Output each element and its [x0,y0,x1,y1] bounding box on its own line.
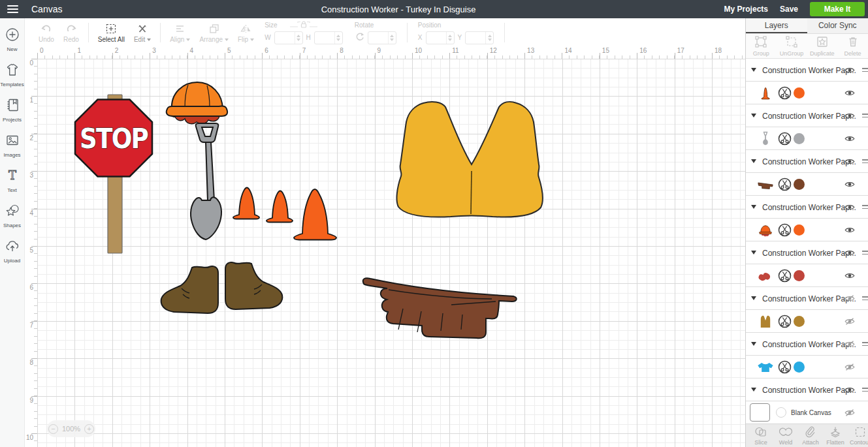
group-button[interactable]: Group [746,34,777,58]
cut-icon[interactable] [778,315,792,328]
visibility-icon[interactable] [844,89,855,97]
redo-button[interactable]: Redo [63,23,79,43]
position-x-input[interactable] [426,31,455,44]
duplicate-button[interactable]: Duplicate [807,34,838,58]
layer-group-header[interactable]: Construction Worker Pap... [746,287,868,310]
align-menu-button[interactable]: Align [170,23,190,43]
visibility-icon[interactable] [844,67,855,74]
layer-thumbnail-mustache[interactable] [756,267,775,285]
contour-button[interactable]: Contour [848,424,868,447]
stepper-icon[interactable] [334,32,342,44]
height-input[interactable] [314,31,343,44]
layer-thumbnail-belt[interactable] [756,176,775,193]
visibility-icon[interactable] [844,181,855,188]
tab-layers[interactable]: Layers [746,18,807,33]
visibility-off-icon[interactable] [844,295,855,302]
lock-icon[interactable] [289,21,318,29]
layer-group-header[interactable]: Construction Worker Pap... [746,104,868,127]
layer-color-swatch[interactable] [794,87,805,99]
cut-icon[interactable] [778,177,792,191]
layer-thumbnail-cone[interactable] [756,84,775,102]
slice-button[interactable]: Slice [748,424,773,447]
sidebar-item-images[interactable]: Images [0,128,25,163]
layer-group-header[interactable]: Construction Worker Pap... [746,150,868,173]
visibility-icon[interactable] [844,135,855,142]
safety-vest-shape[interactable] [396,102,543,217]
visibility-icon[interactable] [844,158,855,165]
visibility-icon[interactable] [844,112,855,119]
visibility-icon[interactable] [844,226,855,234]
flip-menu-button[interactable]: Flip [238,23,254,43]
collapse-caret-icon[interactable] [751,205,756,209]
visibility-icon[interactable] [844,272,855,279]
canvas-area[interactable]: STOP [37,59,745,447]
drag-handle-icon[interactable] [862,114,868,119]
layer-group-header[interactable]: Construction Worker Pap... [746,196,868,219]
stepper-icon[interactable] [446,32,454,44]
cut-icon[interactable] [778,223,792,237]
rotate-input[interactable] [368,31,396,44]
layer-group-header[interactable]: Construction Worker Pap... [746,333,868,356]
layer-thumbnail-shovel[interactable] [756,130,775,147]
width-input[interactable] [274,31,303,44]
drag-handle-icon[interactable] [862,296,868,302]
layer-color-swatch[interactable] [794,133,805,144]
collapse-caret-icon[interactable] [751,388,756,392]
visibility-icon[interactable] [844,386,855,393]
tool-belt-shape[interactable] [363,278,517,338]
layer-item[interactable] [746,82,868,104]
layer-color-swatch[interactable] [794,224,805,236]
sidebar-item-new[interactable]: New [0,22,25,57]
hard-hat-shape[interactable] [167,82,227,124]
make-it-button[interactable]: Make It [810,2,865,16]
collapse-caret-icon[interactable] [751,296,756,300]
stepper-icon[interactable] [388,32,396,44]
layer-item[interactable] [746,127,868,150]
weld-button[interactable]: Weld [773,424,798,447]
save-link[interactable]: Save [780,5,798,14]
collapse-caret-icon[interactable] [751,114,756,117]
layer-thumbnail-vest[interactable] [756,313,775,330]
layer-color-swatch[interactable] [794,270,805,281]
layer-item[interactable] [746,310,868,333]
visibility-icon[interactable] [844,204,855,211]
sidebar-item-shapes[interactable]: Shapes [0,198,25,234]
sidebar-item-templates[interactable]: Templates [0,57,25,93]
ungroup-button[interactable]: UnGroup [777,34,807,58]
cut-icon[interactable] [778,360,792,374]
collapse-caret-icon[interactable] [751,251,756,254]
drag-handle-icon[interactable] [862,388,868,393]
layer-item[interactable] [746,219,868,241]
blank-canvas-thumbnail[interactable] [750,403,770,422]
collapse-caret-icon[interactable] [751,342,756,346]
tab-color-sync[interactable]: Color Sync [807,18,868,33]
main-menu-icon[interactable] [0,0,25,18]
drag-handle-icon[interactable] [862,342,868,348]
stepper-icon[interactable] [485,32,493,44]
layer-item[interactable] [746,356,868,378]
drag-handle-icon[interactable] [862,159,868,165]
undo-button[interactable]: Undo [39,23,54,43]
sidebar-item-upload[interactable]: Upload [0,234,25,269]
position-y-input[interactable] [465,31,494,44]
attach-button[interactable]: Attach [798,424,823,447]
drag-handle-icon[interactable] [862,251,868,256]
cut-icon[interactable] [778,132,792,146]
visibility-off-icon[interactable] [844,409,855,416]
visibility-icon[interactable] [844,249,855,256]
zoom-out-button[interactable]: − [48,424,58,434]
layer-group-header[interactable]: Construction Worker Pap... [746,378,868,401]
drag-handle-icon[interactable] [862,68,868,74]
layer-item[interactable]: Blank Canvas [746,401,868,424]
collapse-caret-icon[interactable] [751,68,756,72]
sidebar-item-projects[interactable]: Projects [0,93,25,128]
cut-icon[interactable] [778,86,792,100]
layer-color-swatch[interactable] [794,179,805,190]
layer-color-swatch[interactable] [794,362,805,373]
layer-item[interactable] [746,264,868,287]
sidebar-item-text[interactable]: TText [0,163,25,198]
arrange-menu-button[interactable]: Arrange [199,23,229,43]
layer-color-swatch[interactable] [794,316,805,327]
my-projects-link[interactable]: My Projects [724,5,768,14]
shovel-shape[interactable] [191,123,221,239]
